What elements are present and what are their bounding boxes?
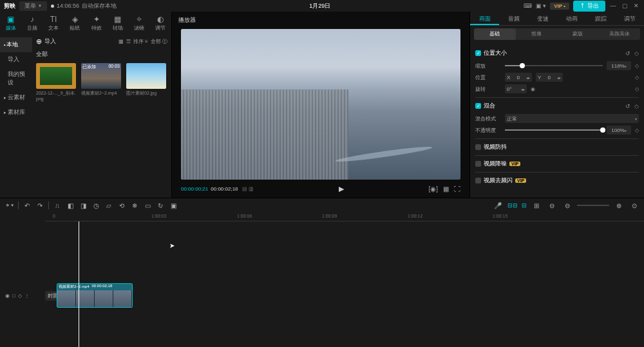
main-menu-button[interactable]: 菜单▼ xyxy=(19,1,47,11)
track-mute-icon[interactable]: ◇ xyxy=(18,293,22,299)
blend-checkbox[interactable]: ✓ xyxy=(475,103,481,109)
snap-main-icon[interactable]: ⊟⊟ xyxy=(507,202,518,209)
redo-button[interactable]: ↷ xyxy=(34,200,46,211)
zoom-fit-icon[interactable]: ⊙ xyxy=(629,200,640,211)
mic-icon[interactable]: 🎤 xyxy=(492,200,504,211)
prop-tab-4[interactable]: 跟踪 xyxy=(586,12,615,25)
pos-size-checkbox[interactable]: ✓ xyxy=(475,50,481,56)
rotate-icon[interactable]: ↻ xyxy=(155,200,166,211)
top-tab-3[interactable]: ◈贴纸 xyxy=(64,12,86,35)
top-tab-7[interactable]: ◐调节 xyxy=(150,12,171,35)
prop-tab-0[interactable]: 画面 xyxy=(470,12,499,25)
delete-left-icon[interactable]: ◧ xyxy=(64,200,76,211)
zoom-in-icon[interactable]: ⊕ xyxy=(613,200,625,211)
ruler-mark: 1:00:09 xyxy=(322,214,337,218)
timeline-tracks[interactable]: ➤ ◉ □ ◇ ⋮ 封面 视频素材2~2.mp400:00:02;18 xyxy=(0,221,644,347)
delete-right-icon[interactable]: ◨ xyxy=(77,200,89,211)
rotation-input[interactable]: 0°◂▸ xyxy=(505,84,527,93)
track-lock-icon[interactable]: ◉ xyxy=(5,293,10,299)
denoise-checkbox[interactable]: ✓ xyxy=(475,161,481,167)
media-item[interactable]: 图片素材02.jpg xyxy=(126,63,166,101)
deflicker-checkbox[interactable]: ✓ xyxy=(475,178,481,183)
media-item[interactable]: 2022-12-..._9_副本.png xyxy=(36,63,76,101)
blend-mode-dropdown[interactable]: 正常▾ xyxy=(505,114,639,123)
import-button[interactable]: ⊕导入 xyxy=(36,37,56,46)
export-button[interactable]: ⭱ 导出 xyxy=(573,1,605,12)
preview-axis-icon[interactable]: ⊞ xyxy=(531,200,542,211)
media-item[interactable]: 已添加00:03 视频素材2~2.mp4 xyxy=(81,63,121,101)
preview-viewport[interactable] xyxy=(181,29,460,180)
sidebar-item-import[interactable]: 导入 xyxy=(0,52,32,67)
preview-options-icon[interactable]: ▤ ▥ xyxy=(242,186,254,192)
play-button[interactable]: ▶ xyxy=(254,185,429,193)
prop-subtab-1[interactable]: 抠像 xyxy=(516,28,558,40)
view-grid-icon[interactable]: ▦ xyxy=(118,39,124,44)
timeline-ruler[interactable]: 01:00:031:00:061:00:091:00:121:00:15 xyxy=(45,212,644,221)
vip-badge[interactable]: VIP • xyxy=(550,3,569,10)
prop-tab-2[interactable]: 变速 xyxy=(528,12,557,25)
prop-tab-1[interactable]: 音频 xyxy=(499,12,528,25)
shortcuts-icon[interactable]: ⌨ xyxy=(524,3,532,9)
position-y-input[interactable]: Y0◂▸ xyxy=(536,73,563,82)
split-icon[interactable]: ⎍ xyxy=(52,200,63,211)
prop-tab-3[interactable]: 动画 xyxy=(557,12,586,25)
filter-dropdown[interactable]: 全部 ⓣ xyxy=(151,38,167,45)
sidebar-item-presets[interactable]: 我的预设 xyxy=(0,67,32,90)
prop-tab-5[interactable]: 调节 xyxy=(615,12,644,25)
top-tab-2[interactable]: TI文本 xyxy=(43,12,64,35)
ratio-icon[interactable]: [◉] xyxy=(428,185,438,192)
zoom-out-icon[interactable]: ⊖ xyxy=(562,200,573,211)
top-tab-6[interactable]: ✧滤镜 xyxy=(129,12,150,35)
reset-icon[interactable]: ↺ xyxy=(625,103,630,109)
freeze-icon[interactable]: ❄ xyxy=(129,200,140,211)
minimize-icon[interactable]: — xyxy=(609,3,617,9)
keyframe-icon[interactable]: ◇ xyxy=(635,63,639,69)
pointer-tool-icon[interactable]: ⌖ ▾ xyxy=(4,200,15,211)
playhead[interactable] xyxy=(79,221,79,347)
layout-icon[interactable]: ▣ ▾ xyxy=(536,3,547,9)
top-tab-1[interactable]: ♪音频 xyxy=(21,12,43,35)
maximize-icon[interactable]: ▢ xyxy=(621,3,629,9)
scale-slider[interactable] xyxy=(505,65,603,66)
link-icon[interactable]: ⊖ xyxy=(546,200,558,211)
scale-value[interactable]: 118% ▸ xyxy=(607,61,631,70)
prop-subtab-3[interactable]: 美颜美体 xyxy=(599,28,641,40)
keyframe-icon[interactable]: ◇ xyxy=(634,103,639,109)
top-tab-0[interactable]: ▣媒体 xyxy=(0,12,21,35)
screenshot-icon[interactable]: ▣ xyxy=(167,200,179,211)
resolution-icon[interactable]: ▦ xyxy=(443,185,449,192)
opacity-slider[interactable] xyxy=(505,129,603,131)
track-header[interactable]: ◉ □ ◇ ⋮ xyxy=(0,293,45,299)
keyframe-icon[interactable]: ◇ xyxy=(634,50,639,57)
zoom-slider[interactable] xyxy=(577,205,609,206)
keyframe-icon[interactable]: ◇ xyxy=(635,75,639,80)
top-tab-5[interactable]: ▦转场 xyxy=(107,12,128,35)
rotate-dial-icon[interactable]: ◉ xyxy=(531,86,535,92)
undo-button[interactable]: ↶ xyxy=(21,200,33,211)
view-list-icon[interactable]: ☰ xyxy=(126,39,131,44)
sidebar-item-local[interactable]: •本地 xyxy=(0,37,32,52)
track-more-icon[interactable]: ⋮ xyxy=(24,293,30,299)
sort-dropdown[interactable]: 排序 ≡ xyxy=(133,38,148,45)
mirror-icon[interactable]: ▭ xyxy=(142,200,153,211)
track-hide-icon[interactable]: □ xyxy=(12,293,15,299)
keyframe-icon[interactable]: ◇ xyxy=(635,127,639,133)
opacity-value[interactable]: 100% ▸ xyxy=(607,126,631,135)
top-tab-4[interactable]: ✦特效 xyxy=(86,12,107,35)
stabilize-checkbox[interactable]: ✓ xyxy=(475,144,481,150)
position-x-input[interactable]: X0◂▸ xyxy=(505,73,532,82)
video-clip[interactable]: 视频素材2~2.mp400:00:02;18 xyxy=(57,283,133,308)
speed-icon[interactable]: ◷ xyxy=(90,200,102,211)
reverse-icon[interactable]: ⟲ xyxy=(116,200,128,211)
sidebar-item-cloud[interactable]: ▸云素材 xyxy=(0,90,32,105)
keyframe-icon[interactable]: ◇ xyxy=(635,86,639,92)
fullscreen-icon[interactable]: ⛶ xyxy=(454,185,460,192)
prop-subtab-0[interactable]: 基础 xyxy=(474,28,516,40)
reset-icon[interactable]: ↺ xyxy=(625,50,630,57)
snap-track-icon[interactable]: ⊟ xyxy=(522,202,527,209)
crop-icon[interactable]: ▱ xyxy=(103,200,115,211)
close-icon[interactable]: ✕ xyxy=(632,3,640,9)
sidebar-item-library[interactable]: ▸素材库 xyxy=(0,105,32,120)
media-filter-all[interactable]: 全部 xyxy=(36,50,167,59)
prop-subtab-2[interactable]: 蒙版 xyxy=(557,28,599,40)
